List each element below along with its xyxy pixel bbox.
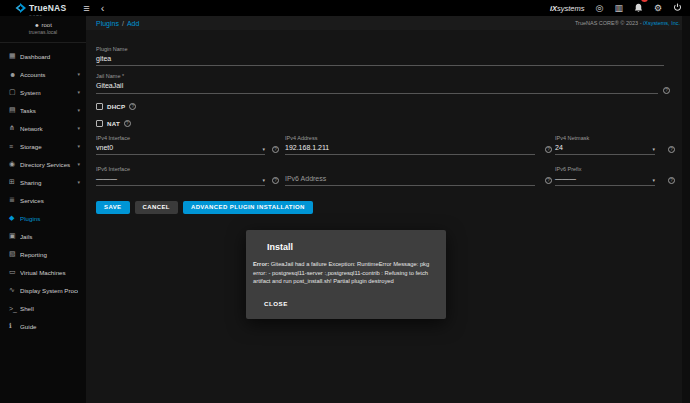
- tasks-icon: ▤: [9, 106, 20, 114]
- help-icon[interactable]: ?: [124, 120, 131, 127]
- jail-name-field: Jail Name * GiteaJail: [96, 73, 658, 93]
- breadcrumb-add-link[interactable]: Add: [127, 20, 139, 27]
- ipv4-row: IPv4 Interface vnet0▾ ? IPv4 Address 192…: [96, 135, 670, 159]
- nat-checkbox-row[interactable]: NAT ?: [96, 119, 670, 128]
- truenas-app-window: TrueNAS CORE ≡ ‹ iXsystems ◎ ▥ 4 ⚙: [0, 0, 690, 403]
- jail-name-input[interactable]: GiteaJail: [96, 80, 658, 93]
- top-bar: TrueNAS CORE ≡ ‹ iXsystems ◎ ▥ 4 ⚙: [0, 0, 690, 16]
- install-dialog: Install Error: GiteaJail had a failure E…: [246, 230, 446, 319]
- directory-services-icon: ◉: [9, 160, 20, 168]
- help-icon[interactable]: ?: [668, 146, 675, 153]
- guide-icon: ℹ: [9, 322, 20, 330]
- plugin-name-label: Plugin Name: [96, 46, 664, 53]
- close-button[interactable]: CLOSE: [260, 298, 292, 309]
- nat-checkbox[interactable]: [96, 120, 103, 127]
- plugins-icon: ◆: [9, 214, 20, 222]
- sidebar-item-storage[interactable]: ≡ Storage ▾: [0, 137, 86, 155]
- sidebar-item-network[interactable]: ⋔ Network ▾: [0, 119, 86, 137]
- storage-icon: ≡: [9, 143, 20, 150]
- sidebar-item-accounts[interactable]: ☻ Accounts ▾: [0, 65, 86, 83]
- system-icon: ▢: [9, 88, 20, 96]
- dialog-title: Install: [267, 242, 434, 252]
- display-system-processes-icon: ∿: [9, 286, 20, 294]
- help-icon[interactable]: ?: [272, 146, 279, 153]
- ipv4-interface-select[interactable]: IPv4 Interface vnet0▾: [96, 135, 265, 155]
- shell-icon: >_: [9, 305, 20, 312]
- ipv4-address-field: IPv4 Address 192.168.1.211: [285, 135, 535, 155]
- breadcrumb-plugins-link[interactable]: Plugins: [96, 20, 119, 27]
- dhcp-checkbox[interactable]: [96, 103, 103, 110]
- dialog-error-message: Error: GiteaJail had a failure Exception…: [253, 260, 434, 286]
- ipv4-netmask-label: IPv4 Netmask: [555, 135, 655, 142]
- breadcrumb-separator: /: [122, 20, 124, 27]
- truecommand-icon[interactable]: ◎: [596, 4, 604, 13]
- ipv6-address-placeholder: IPv6 Address: [285, 175, 326, 183]
- dhcp-label: DHCP: [107, 103, 125, 110]
- sidebar-item-jails[interactable]: ▣ Jails: [0, 227, 86, 245]
- sidebar-item-directory-services[interactable]: ◉ Directory Services ▾: [0, 155, 86, 173]
- sidebar-item-dashboard[interactable]: ▦ Dashboard: [0, 47, 86, 65]
- ipv6-address-input[interactable]: IPv6 Address: [285, 173, 535, 186]
- help-icon[interactable]: ?: [545, 146, 552, 153]
- ipv4-netmask-select[interactable]: IPv4 Netmask 24▾: [555, 135, 655, 155]
- sidebar-item-tasks[interactable]: ▤ Tasks ▾: [0, 101, 86, 119]
- sidebar-item-virtual-machines[interactable]: ▭ Virtual Machines: [0, 263, 86, 281]
- sidebar-item-reporting[interactable]: ▧ Reporting: [0, 245, 86, 263]
- network-icon: ⋔: [9, 124, 20, 132]
- help-icon[interactable]: ?: [663, 87, 670, 94]
- notification-badge: 4: [641, 0, 648, 2]
- ipv4-interface-value: vnet0: [96, 144, 113, 152]
- chevron-down-icon: ▾: [77, 89, 80, 95]
- logo-title: TrueNAS: [29, 3, 66, 13]
- dhcp-checkbox-row[interactable]: DHCP ?: [96, 102, 670, 111]
- truenas-logo-icon: [14, 3, 26, 13]
- ipv6-row: IPv6 Interface ———▾ ? IPv6 Address ? IPv…: [96, 166, 670, 190]
- main-content: Plugin Name gitea Jail Name * GiteaJail …: [86, 30, 690, 403]
- chevron-down-icon: ▾: [77, 143, 80, 149]
- ipv4-address-value: 192.168.1.211: [285, 144, 329, 152]
- power-glyph: [673, 3, 682, 12]
- jail-name-value: GiteaJail: [96, 82, 123, 90]
- settings-gear-icon[interactable]: ⚙: [654, 4, 662, 13]
- help-icon[interactable]: ?: [272, 177, 279, 184]
- save-button[interactable]: SAVE: [96, 201, 130, 214]
- virtual-machines-icon: ▭: [9, 268, 20, 276]
- user-block: ☻root truenas.local: [0, 16, 86, 43]
- help-icon[interactable]: ?: [129, 103, 136, 110]
- help-icon[interactable]: ?: [668, 177, 675, 184]
- notifications-bell-icon[interactable]: 4: [634, 0, 643, 17]
- sidebar-item-display-system-processes[interactable]: ∿ Display System Processes: [0, 281, 86, 299]
- help-icon[interactable]: ?: [545, 177, 552, 184]
- ixsystems-link[interactable]: iXsystems, Inc.: [643, 20, 680, 26]
- power-icon[interactable]: [673, 3, 682, 14]
- ixsystems-logo: iXsystems: [550, 4, 585, 13]
- hamburger-menu-icon[interactable]: ≡: [83, 3, 89, 14]
- sidebar-item-sharing[interactable]: ⊞ Sharing ▾: [0, 173, 86, 191]
- chevron-down-icon: ▾: [652, 147, 655, 152]
- sidebar-item-plugins[interactable]: ◆ Plugins: [0, 209, 86, 227]
- docs-icon[interactable]: ▥: [614, 4, 623, 13]
- ipv6-interface-value: ———: [96, 175, 117, 183]
- ipv4-address-label: IPv4 Address: [285, 135, 535, 142]
- ipv6-prefix-select[interactable]: IPv6 Prefix ———▾: [555, 166, 655, 186]
- reporting-icon: ▧: [9, 250, 20, 258]
- breadcrumb-bar: Plugins / Add TrueNAS CORE® © 2023 - iXs…: [86, 16, 690, 30]
- sidebar-item-shell[interactable]: >_ Shell: [0, 299, 86, 317]
- scrollbar[interactable]: [682, 16, 690, 403]
- ipv6-address-field: IPv6 Address: [285, 166, 535, 186]
- plugin-name-input[interactable]: gitea: [96, 53, 664, 66]
- sidebar-item-services[interactable]: ≣ Services: [0, 191, 86, 209]
- ipv6-prefix-label: IPv6 Prefix: [555, 166, 655, 173]
- jail-name-label: Jail Name *: [96, 73, 658, 80]
- advanced-plugin-installation-button[interactable]: ADVANCED PLUGIN INSTALLATION: [183, 201, 313, 214]
- sidebar-item-guide[interactable]: ℹ Guide: [0, 317, 86, 335]
- ipv6-interface-select[interactable]: IPv6 Interface ———▾: [96, 166, 265, 186]
- sidebar-item-system[interactable]: ▢ System ▾: [0, 83, 86, 101]
- chevron-down-icon: ▾: [77, 107, 80, 113]
- back-chevron-icon[interactable]: ‹: [101, 3, 105, 14]
- accounts-icon: ☻: [9, 71, 20, 78]
- cancel-button[interactable]: CANCEL: [135, 201, 178, 214]
- chevron-down-icon: ▾: [77, 161, 80, 167]
- sharing-icon: ⊞: [9, 178, 20, 186]
- ipv4-address-input[interactable]: 192.168.1.211: [285, 142, 535, 155]
